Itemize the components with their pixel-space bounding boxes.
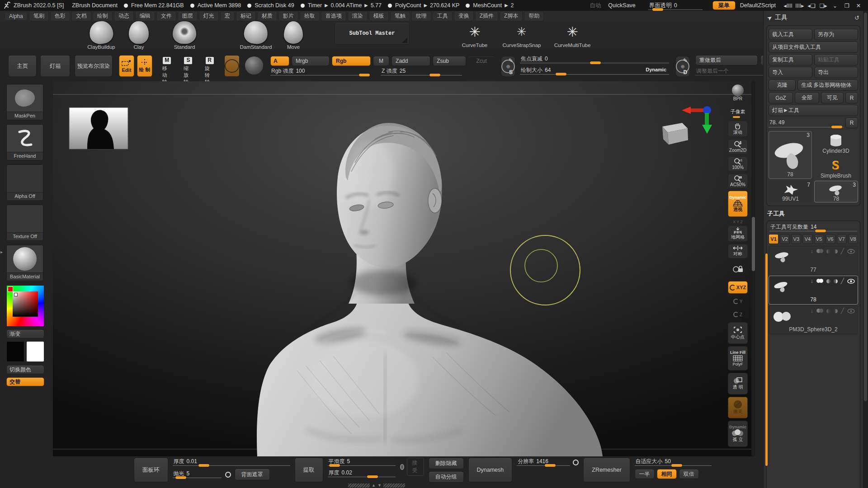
brush-clay[interactable]: Clay xyxy=(125,21,153,50)
smoothness-slider[interactable]: 平滑度5 xyxy=(328,458,396,467)
stroke-type-button[interactable] xyxy=(224,55,240,77)
subtool-scrollbar[interactable] xyxy=(765,253,768,466)
brush-curvestrapsnap[interactable]: ✳ CurveStrapSnap xyxy=(496,21,547,48)
uv-icon[interactable] xyxy=(826,279,830,283)
menu-color[interactable]: 色彩 xyxy=(50,11,70,21)
accept-button[interactable]: 接受 xyxy=(407,458,424,476)
menu-marker[interactable]: 标记 xyxy=(236,11,256,21)
smooth-mode-radio[interactable] xyxy=(400,464,405,470)
menu-stroke[interactable]: 笔触 xyxy=(390,11,410,21)
spotlight-d-button[interactable]: ⊕ ✎ D xyxy=(675,56,690,77)
texture-off-selector[interactable]: Texture Off xyxy=(6,205,43,241)
thickness1-slider[interactable]: 厚度0.01 xyxy=(173,458,290,467)
slider-handle[interactable] xyxy=(590,61,601,64)
subtool-tab-v6[interactable]: V6 xyxy=(826,234,835,244)
menu-file[interactable]: 文件 xyxy=(156,11,176,21)
quick-item-cylinder3d[interactable]: Cylinder3D xyxy=(814,131,858,155)
same-button[interactable]: 相同 xyxy=(657,469,677,479)
paste-tool-button[interactable]: 粘贴工具 xyxy=(814,54,858,66)
polypaint-icon[interactable] xyxy=(816,248,823,254)
quick-item-simplebrush[interactable]: S SimpleBrush xyxy=(814,156,858,179)
bpr-button[interactable]: BPR xyxy=(728,83,748,103)
menu-macro[interactable]: 宏 xyxy=(220,11,235,21)
palette-refresh-icon[interactable]: ↺ xyxy=(854,14,859,21)
rgb-intensity-slider[interactable]: Rgb 强度100 xyxy=(270,67,369,76)
menu-picker[interactable]: 拾取 xyxy=(300,11,320,21)
subtool-reorder-icon[interactable]: ↓ xyxy=(811,278,813,284)
alpha-selector-button[interactable] xyxy=(245,55,263,76)
aa-half-button[interactable]: AC50% xyxy=(728,174,748,188)
draw-button[interactable]: 绘 制 xyxy=(137,55,152,77)
polyframe-button[interactable]: Line Fill PolyF xyxy=(728,346,748,371)
perspective-button[interactable]: Dynamic 透视 xyxy=(728,191,748,217)
displacement-icon[interactable] xyxy=(834,309,838,313)
stroke-selector[interactable]: FreeHand xyxy=(6,124,43,160)
dock-left-icon[interactable]: ◂ǀǀǀǀ xyxy=(782,2,794,9)
scrollbar-thumb[interactable] xyxy=(752,217,755,271)
minimize-button[interactable]: ⌄ xyxy=(829,2,841,9)
cascade-right-icon[interactable]: ❏▸ xyxy=(817,2,829,9)
subtool-visible-count-slider[interactable]: 子工具可见数量14 xyxy=(769,223,857,232)
color-a-button[interactable]: A xyxy=(270,56,289,66)
canvas-viewport[interactable] xyxy=(53,81,754,456)
home-button[interactable]: 主页 xyxy=(8,55,37,77)
polish-slider[interactable]: 抛光5 xyxy=(173,470,222,479)
close-button[interactable]: ✕ xyxy=(853,2,864,9)
visibility-eye-icon[interactable] xyxy=(847,279,855,284)
menu-preferences[interactable]: 首选项 xyxy=(321,11,346,21)
main-color-swatch[interactable] xyxy=(6,341,24,362)
brush-move[interactable]: Move xyxy=(279,21,307,50)
dynamesh-button[interactable]: Dynamesh xyxy=(468,458,513,482)
export-button[interactable]: 导出 xyxy=(814,67,858,78)
polypaint-icon[interactable] xyxy=(816,278,823,284)
menu-brush[interactable]: 笔刷 xyxy=(29,11,49,21)
save-as-button[interactable]: 另存为 xyxy=(814,29,858,40)
load-tool-button[interactable]: 载入工具 xyxy=(769,29,812,40)
ghost-button[interactable]: 幽灵 xyxy=(728,397,748,418)
floor-axis-toggles[interactable]: X Y Z xyxy=(727,220,749,224)
document-thumbnail[interactable] xyxy=(69,108,128,149)
slider-handle[interactable] xyxy=(429,74,440,76)
restore-button[interactable]: ❐ xyxy=(841,2,853,9)
actual-size-button[interactable]: x1 100% xyxy=(728,156,748,171)
tray-down-arrow-icon[interactable]: ▼ xyxy=(377,483,382,488)
zremesher-button[interactable]: ZRemesher xyxy=(583,458,630,482)
subtool-tab-v2[interactable]: V2 xyxy=(780,234,790,244)
palette-scrollbar[interactable] xyxy=(863,11,868,488)
brush-claybuildup[interactable]: ClayBuildup xyxy=(78,21,125,50)
displacement-icon[interactable] xyxy=(834,249,838,253)
slider-handle[interactable] xyxy=(367,475,378,478)
slider-handle[interactable] xyxy=(556,73,566,75)
goz-all-button[interactable]: 全部 xyxy=(795,92,819,103)
tray-up-arrow-icon[interactable]: ▲ xyxy=(372,483,376,488)
rgb-button[interactable]: Rgb xyxy=(332,56,371,66)
delete-hidden-button[interactable]: 删除隐藏 xyxy=(429,458,464,469)
double-button[interactable]: 双倍 xyxy=(679,469,699,479)
polish-mode-radio[interactable] xyxy=(225,472,231,478)
goz-button[interactable]: GoZ xyxy=(769,92,793,103)
menu-tool[interactable]: 工具 xyxy=(433,11,453,21)
slider-handle[interactable] xyxy=(175,476,186,479)
auto-toggle[interactable]: 自动 xyxy=(590,2,601,9)
spotlight-s-button[interactable]: ⊕ ✎ S xyxy=(501,56,515,77)
menu-render[interactable]: 渲染 xyxy=(348,11,368,21)
secondary-color-swatch[interactable] xyxy=(26,341,44,362)
quicksave-button[interactable]: QuickSave xyxy=(608,2,635,9)
menu-zscript[interactable]: Z脚本 xyxy=(500,11,523,21)
displacement-icon[interactable] xyxy=(834,279,838,283)
dock-right-icon[interactable]: ǀǀǀǀ▸ xyxy=(794,2,806,9)
alternate-button[interactable]: 交替 xyxy=(6,377,44,386)
alpha-off-selector[interactable]: Alpha Off xyxy=(6,164,43,201)
menu-edit[interactable]: 编辑 xyxy=(135,11,155,21)
subtool-item-pm3d-sphere[interactable]: ↓ ╱ PM3D_Sphere3D_2 xyxy=(769,305,858,334)
subtool-reorder-icon[interactable]: ↓ xyxy=(811,308,813,314)
m-button[interactable]: M xyxy=(373,56,389,66)
visibility-eye-icon[interactable] xyxy=(847,309,855,314)
subtool-master-button[interactable]: SubTool Master xyxy=(335,22,410,45)
cascade-left-icon[interactable]: ◂❏ xyxy=(806,2,817,9)
gradient-button[interactable]: 渐变 xyxy=(6,329,44,338)
brush-edit-icon[interactable]: ╱ xyxy=(841,248,844,254)
menu-light[interactable]: 灯光 xyxy=(199,11,219,21)
brush-standard[interactable]: Standard xyxy=(165,21,203,50)
tool-scale-r-button[interactable]: R xyxy=(845,117,858,128)
